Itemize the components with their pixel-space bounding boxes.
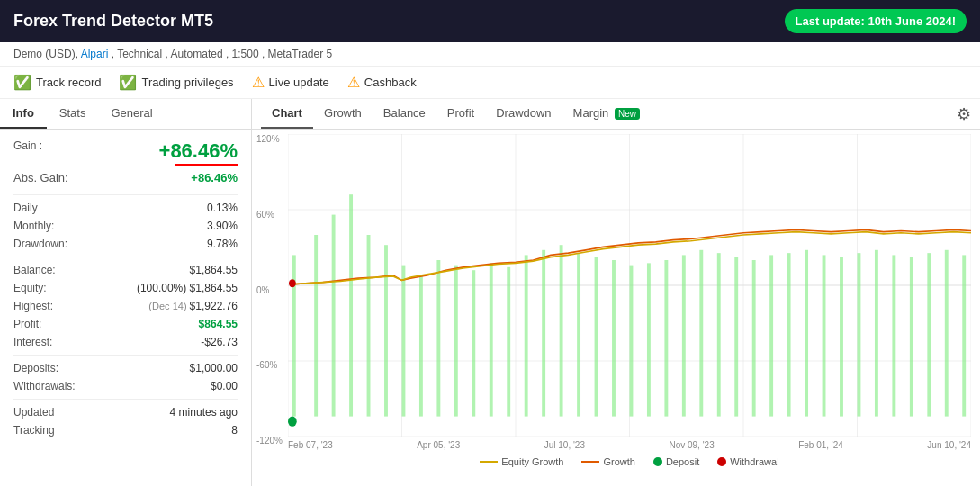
svg-rect-12 bbox=[292, 255, 296, 416]
check-icon-2: ✅ bbox=[119, 74, 137, 91]
svg-rect-36 bbox=[717, 253, 721, 416]
daily-label: Daily bbox=[13, 202, 38, 214]
chart-legend: Equity Growth Growth Deposit Withdrawal bbox=[288, 452, 971, 472]
right-panel: Chart Growth Balance Profit Drawdown Mar… bbox=[252, 99, 980, 486]
alpari-link[interactable]: Alpari bbox=[81, 48, 109, 60]
highest-value: (Dec 14) $1,922.76 bbox=[148, 300, 238, 312]
svg-rect-44 bbox=[858, 253, 861, 416]
badge-cashback: ⚠ Cashback bbox=[347, 74, 417, 91]
svg-rect-28 bbox=[577, 253, 580, 416]
tab-growth[interactable]: Growth bbox=[313, 99, 373, 129]
highest-label: Highest: bbox=[13, 300, 53, 312]
tracking-value: 8 bbox=[231, 424, 238, 436]
svg-rect-30 bbox=[612, 260, 616, 417]
deposits-value: $1,000.00 bbox=[190, 362, 238, 374]
svg-rect-15 bbox=[349, 194, 353, 416]
svg-rect-37 bbox=[734, 257, 738, 417]
tab-profit[interactable]: Profit bbox=[436, 99, 485, 129]
svg-rect-20 bbox=[436, 260, 440, 417]
svg-rect-35 bbox=[699, 250, 703, 417]
tab-chart[interactable]: Chart bbox=[261, 99, 313, 129]
tab-info[interactable]: Info bbox=[0, 99, 47, 129]
badge-trading-privileges: ✅ Trading privileges bbox=[119, 74, 233, 91]
profit-value: $864.55 bbox=[199, 318, 238, 330]
svg-rect-24 bbox=[507, 267, 510, 417]
settings-icon[interactable]: ⚙ bbox=[957, 104, 971, 124]
svg-rect-50 bbox=[962, 255, 966, 416]
svg-rect-32 bbox=[647, 263, 651, 416]
withdrawals-value: $0.00 bbox=[211, 380, 238, 392]
tab-margin[interactable]: Margin New bbox=[562, 99, 651, 129]
svg-rect-23 bbox=[490, 263, 493, 416]
warn-icon: ⚠ bbox=[252, 74, 265, 91]
chart-svg bbox=[288, 134, 971, 436]
svg-rect-48 bbox=[927, 253, 931, 416]
equity-label: Equity: bbox=[13, 282, 47, 294]
tab-drawdown[interactable]: Drawdown bbox=[485, 99, 562, 129]
svg-rect-33 bbox=[664, 260, 668, 417]
svg-rect-39 bbox=[769, 255, 773, 416]
left-tabs: Info Stats General bbox=[0, 99, 251, 130]
x-axis: Feb 07, '23 Apr 05, '23 Jul 10, '23 Nov … bbox=[288, 438, 971, 452]
monthly-label: Monthly: bbox=[13, 220, 54, 232]
svg-rect-27 bbox=[560, 245, 563, 416]
legend-deposit: Deposit bbox=[653, 456, 699, 467]
interest-value: -$26.73 bbox=[201, 336, 238, 348]
legend-equity-growth: Equity Growth bbox=[480, 456, 563, 467]
svg-rect-42 bbox=[823, 255, 826, 416]
legend-withdrawal: Withdrawal bbox=[717, 456, 778, 467]
gain-label: Gain : bbox=[13, 140, 42, 166]
y-axis: 120% 60% 0% -60% -120% bbox=[256, 130, 283, 450]
svg-rect-43 bbox=[840, 257, 843, 417]
withdrawals-label: Withdrawals: bbox=[13, 380, 76, 392]
updated-label: Updated bbox=[13, 406, 54, 418]
tab-stats[interactable]: Stats bbox=[47, 99, 99, 129]
svg-rect-41 bbox=[805, 250, 808, 417]
svg-rect-13 bbox=[314, 235, 318, 417]
svg-rect-21 bbox=[454, 266, 458, 417]
withdrawal-dot-icon bbox=[717, 457, 726, 466]
stats-panel: Gain : +86.46% Abs. Gain: +86.46% Daily … bbox=[0, 130, 251, 446]
equity-growth-line-icon bbox=[480, 461, 498, 463]
svg-rect-47 bbox=[910, 257, 913, 417]
new-badge: New bbox=[615, 108, 640, 120]
interest-label: Interest: bbox=[13, 336, 52, 348]
badges-bar: ✅ Track record ✅ Trading privileges ⚠ Li… bbox=[0, 67, 980, 99]
svg-rect-18 bbox=[402, 266, 406, 417]
highest-note: (Dec 14) bbox=[148, 301, 189, 311]
svg-rect-25 bbox=[525, 255, 528, 416]
svg-rect-22 bbox=[472, 270, 475, 416]
chart-container bbox=[288, 134, 971, 436]
drawdown-value: 9.78% bbox=[207, 238, 238, 250]
page-title: Forex Trend Detector MT5 bbox=[13, 12, 213, 31]
svg-rect-38 bbox=[752, 260, 756, 417]
tracking-label: Tracking bbox=[13, 424, 55, 436]
svg-rect-19 bbox=[419, 275, 423, 417]
profit-label: Profit: bbox=[13, 318, 41, 330]
abs-gain-value: +86.46% bbox=[191, 171, 238, 184]
tab-balance[interactable]: Balance bbox=[373, 99, 436, 129]
svg-rect-31 bbox=[630, 266, 634, 417]
svg-rect-16 bbox=[367, 235, 371, 417]
deposits-label: Deposits: bbox=[13, 362, 58, 374]
abs-gain-label: Abs. Gain: bbox=[13, 171, 68, 184]
svg-rect-34 bbox=[682, 255, 686, 416]
chart-area: 120% 60% 0% -60% -120% bbox=[252, 130, 980, 486]
growth-line-icon bbox=[581, 461, 599, 463]
balance-label: Balance: bbox=[13, 264, 56, 276]
last-update-badge: Last update: 10th June 2024! bbox=[785, 9, 967, 33]
right-tabs: Chart Growth Balance Profit Drawdown Mar… bbox=[252, 99, 980, 130]
legend-growth: Growth bbox=[581, 456, 634, 467]
svg-point-51 bbox=[288, 417, 297, 427]
main-layout: Info Stats General Gain : +86.46% Abs. G… bbox=[0, 99, 980, 486]
badge-live-update: ⚠ Live update bbox=[252, 74, 329, 91]
updated-value: 4 minutes ago bbox=[170, 406, 238, 418]
svg-point-52 bbox=[289, 279, 296, 287]
svg-rect-17 bbox=[384, 245, 388, 416]
svg-rect-29 bbox=[595, 257, 598, 417]
tab-general[interactable]: General bbox=[98, 99, 165, 129]
balance-value: $1,864.55 bbox=[190, 264, 238, 276]
svg-rect-46 bbox=[892, 255, 895, 416]
svg-rect-45 bbox=[875, 250, 878, 417]
left-panel: Info Stats General Gain : +86.46% Abs. G… bbox=[0, 99, 252, 486]
